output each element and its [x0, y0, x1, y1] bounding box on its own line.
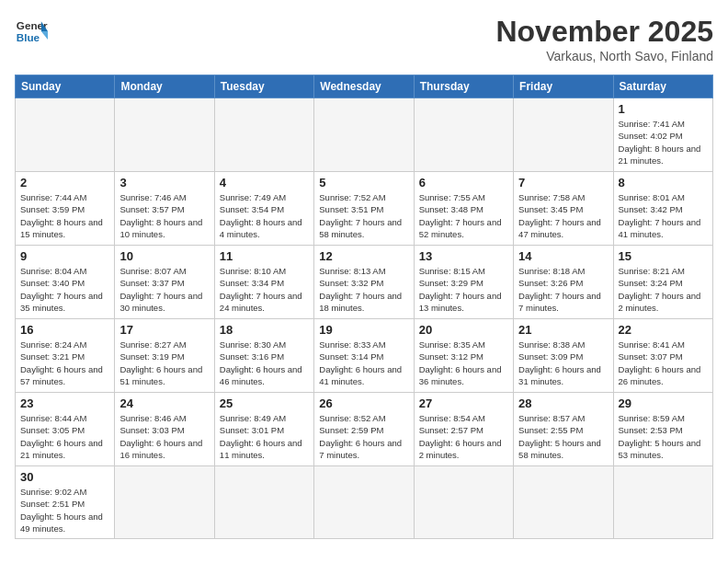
calendar-cell: 24Sunrise: 8:46 AM Sunset: 3:03 PM Dayli… [115, 393, 214, 466]
day-info: Sunrise: 8:35 AM Sunset: 3:12 PM Dayligh… [419, 339, 508, 387]
day-number: 1 [619, 102, 708, 116]
calendar-cell [314, 466, 414, 539]
calendar-cell: 10Sunrise: 8:07 AM Sunset: 3:37 PM Dayli… [115, 246, 214, 319]
calendar-cell: 13Sunrise: 8:15 AM Sunset: 3:29 PM Dayli… [414, 246, 513, 319]
day-info: Sunrise: 7:58 AM Sunset: 3:45 PM Dayligh… [518, 191, 608, 240]
day-info: Sunrise: 8:13 AM Sunset: 3:32 PM Dayligh… [319, 265, 408, 314]
calendar-table: SundayMondayTuesdayWednesdayThursdayFrid… [15, 75, 713, 539]
calendar-cell [115, 98, 214, 172]
calendar-cell: 5Sunrise: 7:52 AM Sunset: 3:51 PM Daylig… [314, 172, 414, 246]
calendar-cell: 20Sunrise: 8:35 AM Sunset: 3:12 PM Dayli… [414, 319, 513, 393]
day-info: Sunrise: 8:59 AM Sunset: 2:53 PM Dayligh… [619, 412, 708, 461]
calendar-week-row: 1Sunrise: 7:41 AM Sunset: 4:02 PM Daylig… [16, 98, 713, 172]
day-number: 2 [20, 176, 109, 190]
calendar-week-row: 30Sunrise: 9:02 AM Sunset: 2:51 PM Dayli… [16, 466, 713, 539]
day-info: Sunrise: 7:46 AM Sunset: 3:57 PM Dayligh… [119, 191, 209, 240]
day-info: Sunrise: 8:10 AM Sunset: 3:34 PM Dayligh… [220, 265, 309, 314]
day-info: Sunrise: 8:30 AM Sunset: 3:16 PM Dayligh… [220, 339, 309, 387]
day-info: Sunrise: 7:41 AM Sunset: 4:02 PM Dayligh… [619, 118, 708, 167]
calendar-cell [414, 98, 513, 172]
calendar-cell: 27Sunrise: 8:54 AM Sunset: 2:57 PM Dayli… [414, 393, 513, 466]
calendar-cell: 9Sunrise: 8:04 AM Sunset: 3:40 PM Daylig… [16, 246, 115, 319]
day-number: 15 [619, 249, 708, 263]
calendar-cell: 12Sunrise: 8:13 AM Sunset: 3:32 PM Dayli… [314, 246, 414, 319]
day-info: Sunrise: 7:55 AM Sunset: 3:48 PM Dayligh… [419, 191, 508, 240]
day-number: 21 [518, 323, 608, 337]
calendar-cell [115, 466, 214, 539]
calendar-cell [16, 98, 115, 172]
day-info: Sunrise: 8:44 AM Sunset: 3:05 PM Dayligh… [20, 412, 109, 461]
day-number: 22 [619, 323, 708, 337]
calendar-cell: 6Sunrise: 7:55 AM Sunset: 3:48 PM Daylig… [414, 172, 513, 246]
calendar-cell: 8Sunrise: 8:01 AM Sunset: 3:42 PM Daylig… [613, 172, 712, 246]
weekday-header-wednesday: Wednesday [314, 75, 414, 98]
day-number: 26 [319, 396, 408, 410]
calendar-cell [613, 466, 712, 539]
calendar-cell: 11Sunrise: 8:10 AM Sunset: 3:34 PM Dayli… [214, 246, 313, 319]
calendar-cell: 15Sunrise: 8:21 AM Sunset: 3:24 PM Dayli… [613, 246, 712, 319]
day-info: Sunrise: 8:01 AM Sunset: 3:42 PM Dayligh… [619, 191, 708, 240]
day-info: Sunrise: 8:04 AM Sunset: 3:40 PM Dayligh… [20, 265, 109, 314]
calendar-cell [314, 98, 414, 172]
day-info: Sunrise: 8:57 AM Sunset: 2:55 PM Dayligh… [518, 412, 608, 461]
calendar-cell [414, 466, 513, 539]
day-number: 11 [220, 249, 309, 263]
calendar-cell: 2Sunrise: 7:44 AM Sunset: 3:59 PM Daylig… [16, 172, 115, 246]
calendar-week-row: 2Sunrise: 7:44 AM Sunset: 3:59 PM Daylig… [16, 172, 713, 246]
weekday-header-friday: Friday [514, 75, 613, 98]
day-info: Sunrise: 8:27 AM Sunset: 3:19 PM Dayligh… [119, 339, 209, 387]
calendar-week-row: 16Sunrise: 8:24 AM Sunset: 3:21 PM Dayli… [16, 319, 713, 393]
calendar-cell: 19Sunrise: 8:33 AM Sunset: 3:14 PM Dayli… [314, 319, 414, 393]
weekday-header-saturday: Saturday [613, 75, 712, 98]
calendar-cell: 4Sunrise: 7:49 AM Sunset: 3:54 PM Daylig… [214, 172, 313, 246]
calendar-cell: 25Sunrise: 8:49 AM Sunset: 3:01 PM Dayli… [214, 393, 313, 466]
svg-marker-3 [41, 31, 48, 40]
day-number: 4 [220, 176, 309, 190]
day-number: 28 [518, 396, 608, 410]
day-info: Sunrise: 8:15 AM Sunset: 3:29 PM Dayligh… [419, 265, 508, 314]
day-number: 29 [619, 396, 708, 410]
calendar-title: November 2025 [495, 15, 713, 49]
weekday-header-thursday: Thursday [414, 75, 513, 98]
calendar-cell: 17Sunrise: 8:27 AM Sunset: 3:19 PM Dayli… [115, 319, 214, 393]
calendar-cell: 28Sunrise: 8:57 AM Sunset: 2:55 PM Dayli… [514, 393, 613, 466]
day-info: Sunrise: 8:07 AM Sunset: 3:37 PM Dayligh… [119, 265, 209, 314]
calendar-cell: 14Sunrise: 8:18 AM Sunset: 3:26 PM Dayli… [514, 246, 613, 319]
day-info: Sunrise: 8:38 AM Sunset: 3:09 PM Dayligh… [518, 339, 608, 387]
day-info: Sunrise: 8:49 AM Sunset: 3:01 PM Dayligh… [220, 412, 309, 461]
calendar-cell: 22Sunrise: 8:41 AM Sunset: 3:07 PM Dayli… [613, 319, 712, 393]
weekday-header-sunday: Sunday [16, 75, 115, 98]
title-area: November 2025 Varkaus, North Savo, Finla… [495, 15, 713, 63]
calendar-cell: 30Sunrise: 9:02 AM Sunset: 2:51 PM Dayli… [16, 466, 115, 539]
day-number: 16 [20, 323, 109, 337]
calendar-cell: 7Sunrise: 7:58 AM Sunset: 3:45 PM Daylig… [514, 172, 613, 246]
day-info: Sunrise: 8:54 AM Sunset: 2:57 PM Dayligh… [419, 412, 508, 461]
day-info: Sunrise: 8:18 AM Sunset: 3:26 PM Dayligh… [518, 265, 608, 314]
calendar-cell [514, 466, 613, 539]
calendar-cell: 18Sunrise: 8:30 AM Sunset: 3:16 PM Dayli… [214, 319, 313, 393]
day-number: 5 [319, 176, 408, 190]
day-number: 10 [119, 249, 209, 263]
calendar-cell [214, 466, 313, 539]
day-number: 9 [20, 249, 109, 263]
day-number: 19 [319, 323, 408, 337]
day-number: 13 [419, 249, 508, 263]
day-info: Sunrise: 8:41 AM Sunset: 3:07 PM Dayligh… [619, 339, 708, 387]
day-info: Sunrise: 8:24 AM Sunset: 3:21 PM Dayligh… [20, 339, 109, 387]
day-number: 30 [20, 470, 109, 484]
day-number: 3 [119, 176, 209, 190]
logo: General Blue [15, 15, 48, 48]
calendar-subtitle: Varkaus, North Savo, Finland [495, 49, 713, 63]
day-number: 7 [518, 176, 608, 190]
svg-text:Blue: Blue [17, 31, 40, 43]
day-number: 6 [419, 176, 508, 190]
day-number: 12 [319, 249, 408, 263]
day-number: 25 [220, 396, 309, 410]
calendar-cell [514, 98, 613, 172]
day-number: 23 [20, 396, 109, 410]
calendar-week-row: 9Sunrise: 8:04 AM Sunset: 3:40 PM Daylig… [16, 246, 713, 319]
day-info: Sunrise: 8:52 AM Sunset: 2:59 PM Dayligh… [319, 412, 408, 461]
day-number: 20 [419, 323, 508, 337]
day-number: 8 [619, 176, 708, 190]
day-info: Sunrise: 7:52 AM Sunset: 3:51 PM Dayligh… [319, 191, 408, 240]
